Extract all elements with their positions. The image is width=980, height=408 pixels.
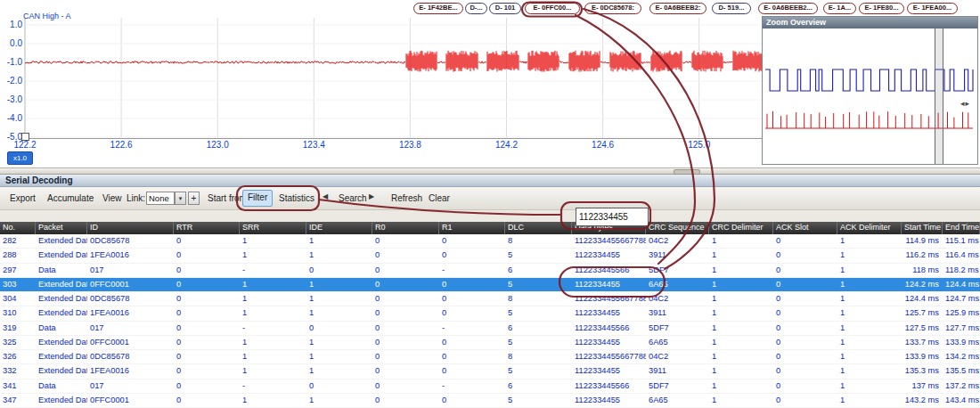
table-cell: 127.7 ms	[943, 322, 980, 335]
search-prev-icon[interactable]: ◀	[323, 192, 328, 200]
zoom-overview-title[interactable]: Zoom Overview	[763, 17, 977, 29]
zoom-window-marker[interactable]	[935, 29, 943, 164]
search-next-icon[interactable]: ▶	[369, 192, 374, 200]
panel-splitter[interactable]	[0, 167, 980, 175]
column-header-id[interactable]: ID	[87, 222, 174, 234]
x-tick-label: 124.2	[495, 140, 518, 150]
column-header-crc-delimiter[interactable]: CRC Delimiter	[709, 222, 773, 234]
table-cell: 0DC85678	[87, 234, 174, 248]
table-row[interactable]: 341Data0170-00-61122334455665DF7101137 m…	[0, 379, 980, 394]
column-header-end-time[interactable]: End Time	[943, 222, 980, 234]
filter-button[interactable]: Filter	[242, 190, 273, 207]
table-cell: 0	[372, 278, 439, 291]
table-row[interactable]: 288Extended Data1FEA00160110051122334455…	[0, 249, 980, 263]
table-cell: 0	[773, 336, 837, 349]
packet-tag[interactable]: E- 0FFC00...	[525, 3, 580, 14]
table-cell: 303	[0, 278, 36, 291]
table-row[interactable]: 325Extended Data0FFC00010110051122334455…	[0, 336, 980, 350]
table-row[interactable]: 303Extended Data0FFC00010110051122334455…	[0, 278, 980, 292]
packet-tag[interactable]: E- 1F42BE...	[413, 3, 463, 14]
accumulate-button[interactable]: Accumulate	[43, 191, 98, 206]
table-cell: Extended Data	[36, 336, 87, 349]
table-row[interactable]: 297Data0170-00-61122334455665DF7101118 m…	[0, 264, 980, 278]
column-header-ide[interactable]: IDE	[306, 222, 372, 234]
table-row[interactable]: 347Extended Data0FFC00010110051122334455…	[0, 394, 980, 408]
table-cell: 0	[439, 306, 505, 320]
table-row[interactable]: 332Extended Data1FEA00160110051122334455…	[0, 364, 980, 379]
column-header-ack-delimiter[interactable]: ACK Delimiter	[837, 222, 902, 234]
view-button[interactable]: View	[98, 191, 127, 206]
packet-tag[interactable]: E- 0DC85678:	[584, 3, 641, 14]
table-cell: 1	[709, 249, 773, 262]
table-cell: 0FFC0001	[87, 336, 174, 349]
table-cell: 6	[505, 264, 572, 277]
refresh-button[interactable]: Refresh	[387, 191, 427, 206]
column-header-r1[interactable]: R1	[439, 222, 505, 234]
table-cell: 326	[0, 350, 36, 363]
packet-tag[interactable]: D- 101	[489, 3, 521, 14]
zoom-window-handles-icon[interactable]: ◂▸	[960, 99, 970, 108]
link-select[interactable]: None	[146, 192, 175, 205]
table-row[interactable]: 304Extended Data0DC856780110081122334455…	[0, 292, 980, 306]
table-cell: Extended Data	[36, 292, 87, 306]
table-cell: 0	[372, 394, 439, 407]
app-window: CAN High - A 1.00.0-1.0-2.0-3.0-4.0-5.0 …	[0, 0, 980, 408]
table-cell: -	[240, 322, 306, 335]
packet-tag[interactable]: E- 0A6BEEB2:	[649, 3, 706, 14]
column-header-start-time[interactable]: Start Time	[902, 222, 943, 234]
table-cell: 1122334455	[572, 364, 646, 378]
packet-tag[interactable]: D-...	[465, 3, 487, 14]
table-cell: 116.4 ms	[943, 249, 980, 262]
table-cell: 5	[505, 278, 572, 291]
column-header-r0[interactable]: R0	[372, 222, 439, 234]
table-cell: 0	[773, 306, 837, 320]
search-button[interactable]: Search	[334, 191, 372, 206]
table-cell: 1	[240, 394, 306, 407]
link-add-button[interactable]: +	[188, 192, 200, 205]
table-cell: 135.3 ms	[902, 364, 943, 378]
table-row[interactable]: 310Extended Data1FEA00160110051122334455…	[0, 306, 980, 321]
table-cell: Extended Data	[36, 278, 87, 291]
table-cell: 1122334455667788	[572, 234, 646, 248]
table-cell: 1FEA0016	[87, 249, 174, 262]
filter-value-input[interactable]	[576, 208, 649, 226]
column-header-ack-slot[interactable]: ACK Slot	[773, 222, 837, 234]
table-row[interactable]: 282Extended Data0DC856780110081122334455…	[0, 234, 980, 249]
table-cell: 0	[773, 394, 837, 407]
column-header-packet[interactable]: Packet	[36, 222, 87, 234]
table-cell: 5	[505, 336, 572, 349]
serial-decoding-toolbar: Export Accumulate View Link: None ▾ + St…	[0, 187, 980, 210]
table-cell: 017	[87, 264, 174, 277]
column-header-no-[interactable]: No.	[0, 222, 36, 234]
table-cell: 0DC85678	[87, 350, 174, 363]
packet-tag[interactable]: D- 519...	[712, 3, 751, 14]
packet-tag[interactable]: E- 0A6BEEB2...	[758, 3, 818, 14]
statistics-button[interactable]: Statistics	[274, 191, 319, 206]
table-cell: 8	[505, 350, 572, 363]
packet-tag[interactable]: E- 1A...	[823, 3, 856, 14]
zoom-factor-badge[interactable]: x1.0	[7, 151, 33, 165]
column-header-dlc[interactable]: DLC	[505, 222, 572, 234]
table-cell: 0	[372, 264, 439, 277]
table-cell: 1122334455	[572, 306, 646, 320]
table-cell: Extended Data	[36, 306, 87, 320]
table-row[interactable]: 326Extended Data0DC856780110081122334455…	[0, 350, 980, 364]
column-header-rtr[interactable]: RTR	[174, 222, 240, 234]
table-cell: 1	[240, 364, 306, 378]
packet-tag[interactable]: E- 1FEA00...	[907, 3, 958, 14]
chevron-down-icon[interactable]: ▾	[175, 192, 186, 205]
export-button[interactable]: Export	[5, 191, 40, 206]
column-header-crc-sequence[interactable]: CRC Sequence	[646, 222, 709, 234]
table-cell: 112233445566	[572, 379, 646, 393]
table-cell: 1122334455	[572, 278, 646, 291]
packet-tag[interactable]: E- 1FE80...	[859, 3, 904, 14]
column-header-srr[interactable]: SRR	[240, 222, 306, 234]
axis-drag-handle[interactable]	[21, 133, 29, 141]
table-cell: 6	[505, 322, 572, 335]
table-row[interactable]: 319Data0170-00-61122334455665DF7101127.5…	[0, 322, 980, 336]
clear-button[interactable]: Clear	[424, 191, 454, 206]
y-tick-label: -2.0	[0, 76, 22, 86]
table-cell: 1122334455667788	[572, 350, 646, 363]
table-cell: 1	[709, 278, 773, 291]
table-cell: 1	[709, 322, 773, 335]
